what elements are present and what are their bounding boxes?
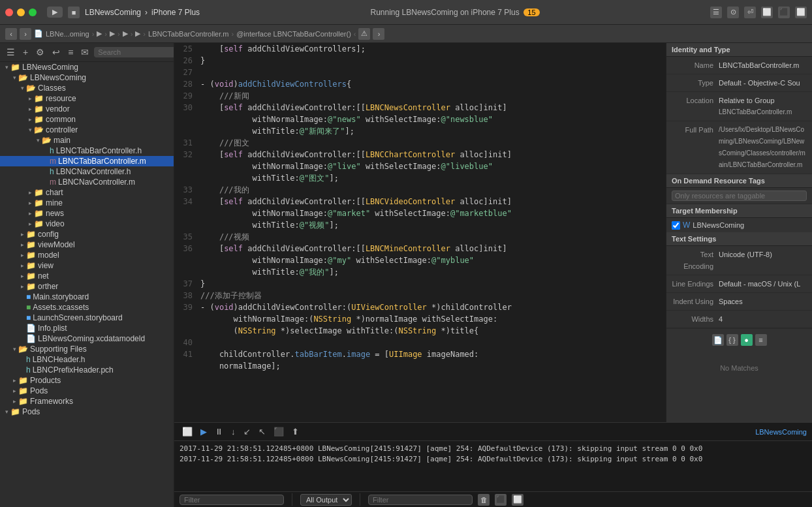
sidebar-msg-button[interactable]: ✉ bbox=[78, 46, 91, 59]
sidebar-toggle-button[interactable]: ☰ bbox=[4, 46, 18, 59]
location-sub: LBNCTabBarController.m bbox=[719, 106, 807, 118]
bc-arrow3: ▶ bbox=[123, 29, 128, 38]
sidebar-item-net[interactable]: ▸ 📁 net bbox=[0, 271, 174, 281]
stop-button[interactable]: ■ bbox=[68, 7, 80, 18]
code-line-39: 39 - (void)addChildViewController:(UIVie… bbox=[174, 301, 666, 313]
rp-icon-doc[interactable]: 📄 bbox=[712, 334, 724, 346]
sidebar-item-label: LBNCNavController.h bbox=[56, 167, 131, 176]
code-line-34: 34 [self addChildViewController:[[LBNCVi… bbox=[174, 196, 666, 207]
bottom-share-button[interactable]: ⬆ bbox=[289, 425, 302, 438]
sidebar-item-model[interactable]: ▸ 📁 model bbox=[0, 250, 174, 260]
sidebar-item-mine[interactable]: ▸ 📁 mine bbox=[0, 198, 174, 208]
sidebar-item-news[interactable]: ▸ 📁 news bbox=[0, 208, 174, 219]
rp-icon-list[interactable]: ≡ bbox=[755, 334, 767, 346]
expand-button[interactable]: ⬜ bbox=[512, 494, 523, 506]
sidebar-item-tabbarcontroller-m[interactable]: m LBNCTabBarController.m bbox=[0, 156, 174, 166]
app-selector[interactable]: LBNewsComing › iPhone 7 Plus bbox=[85, 8, 200, 17]
sidebar-item-label: Pods bbox=[30, 386, 48, 395]
close-button[interactable] bbox=[5, 8, 13, 16]
sidebar-item-label: news bbox=[46, 209, 64, 218]
code-editor[interactable]: 25 [self addChildViewControllers]; 26 } … bbox=[174, 43, 666, 422]
on-demand-title: On Demand Resource Tags bbox=[666, 174, 812, 188]
on-demand-input[interactable] bbox=[672, 191, 807, 201]
panel-toggle-button[interactable]: ☰ bbox=[710, 7, 722, 18]
sidebar-item-label: main bbox=[54, 136, 70, 145]
sidebar-item-lbnewscoming-project[interactable]: ▾ 📁 LBNewsComing bbox=[0, 62, 174, 72]
sidebar-list-button[interactable]: ≡ bbox=[65, 46, 76, 59]
bc-warn-button[interactable]: ⚠ bbox=[358, 28, 370, 40]
sidebar-item-navcontroller-m[interactable]: m LBNCNavController.m bbox=[0, 177, 174, 187]
sidebar-item-lbnewscoming-folder[interactable]: ▾ 📂 LBNewsComing bbox=[0, 72, 174, 83]
target-membership-row[interactable]: W LBNewsComing bbox=[666, 218, 812, 232]
sidebar-item-chart[interactable]: ▸ 📁 chart bbox=[0, 187, 174, 198]
bottom-step-in-button[interactable]: ↙ bbox=[241, 425, 253, 438]
sidebar-item-vendor[interactable]: ▸ 📁 vendor bbox=[0, 104, 174, 114]
target-checkbox[interactable] bbox=[672, 221, 680, 230]
bc-file[interactable]: LBNCTabBarController.m bbox=[148, 30, 229, 38]
sidebar-item-infoplist[interactable]: 📄 Info.plist bbox=[0, 323, 174, 333]
sidebar-item-tabbarcontroller-h[interactable]: h LBNCTabBarController.h bbox=[0, 146, 174, 156]
sidebar-item-lbncprefix[interactable]: h LBNCPrefixHeader.pch bbox=[0, 365, 174, 375]
inspect-button[interactable]: ⊙ bbox=[727, 7, 739, 18]
sidebar-item-view[interactable]: ▸ 📁 view bbox=[0, 260, 174, 271]
minimize-button[interactable] bbox=[17, 8, 25, 16]
sidebar-item-config[interactable]: ▸ 📁 config bbox=[0, 229, 174, 239]
sidebar-item-main[interactable]: ▾ 📂 main bbox=[0, 135, 174, 146]
bottom-step-out-button[interactable]: ↖ bbox=[256, 425, 268, 438]
code-line-32: 32 [self addChildViewController:[[LBNCCh… bbox=[174, 149, 666, 161]
line-endings-value: Default - macOS / Unix (L bbox=[719, 278, 807, 290]
bottom-debug-button[interactable]: ⬛ bbox=[271, 425, 287, 438]
sidebar-item-classes[interactable]: ▾ 📂 Classes bbox=[0, 83, 174, 93]
sidebar-search-input[interactable] bbox=[94, 47, 174, 57]
bc-symbol[interactable]: @interface LBNCTabBarController() bbox=[236, 30, 351, 38]
sidebar-item-common[interactable]: ▸ 📁 common bbox=[0, 114, 174, 125]
sidebar-item-video[interactable]: ▸ 📁 video bbox=[0, 219, 174, 229]
separator: › bbox=[145, 8, 148, 17]
code-line-38: 38 ///添加子控制器 bbox=[174, 290, 666, 301]
run-button[interactable]: ▶ bbox=[47, 7, 63, 18]
target-label: LBNewsComing bbox=[693, 221, 744, 229]
bottom-pause-button[interactable]: ⏸ bbox=[212, 425, 226, 438]
line-endings-label: Line Endings bbox=[672, 278, 719, 290]
sidebar-item-navcontroller-h[interactable]: h LBNCNavController.h bbox=[0, 166, 174, 177]
bottom-filter-input[interactable] bbox=[180, 495, 284, 505]
sidebar-item-pods[interactable]: ▸ 📁 Pods bbox=[0, 386, 174, 396]
bc-item1[interactable]: LBNe...oming bbox=[46, 30, 89, 38]
bottom-step-over-button[interactable]: ↓ bbox=[228, 425, 238, 438]
sidebar-history-button[interactable]: ↩ bbox=[50, 46, 63, 59]
bottom-filter-input2[interactable] bbox=[368, 495, 473, 505]
rp-icon-circle[interactable]: ● bbox=[741, 334, 753, 346]
nav-next-button[interactable]: › bbox=[20, 28, 31, 40]
sidebar-add-button[interactable]: + bbox=[20, 46, 31, 59]
sidebar-item-frameworks[interactable]: ▸ 📁 Frameworks bbox=[0, 396, 174, 407]
name-label: Name bbox=[672, 59, 719, 71]
sidebar-item-supporting-files[interactable]: ▾ 📂 Supporting Files bbox=[0, 344, 174, 354]
sidebar-item-resource[interactable]: ▸ 📁 resource bbox=[0, 93, 174, 104]
layout-button2[interactable]: ⬛ bbox=[778, 7, 790, 18]
sidebar-toolbar: ☰ + ⚙ ↩ ≡ ✉ bbox=[0, 43, 174, 62]
fullscreen-button[interactable] bbox=[29, 8, 37, 16]
sidebar-item-controller[interactable]: ▾ 📂 controller bbox=[0, 125, 174, 135]
rp-icon-code[interactable]: { } bbox=[726, 334, 738, 346]
layout-button1[interactable]: ⬜ bbox=[761, 7, 773, 18]
sidebar-item-viewmodel[interactable]: ▸ 📁 viewModel bbox=[0, 239, 174, 250]
sidebar-filter-button[interactable]: ⚙ bbox=[33, 46, 47, 59]
sidebar-item-launchscreen[interactable]: ■ LaunchScreen.storyboard bbox=[0, 313, 174, 323]
output-selector[interactable]: All Output bbox=[300, 494, 352, 506]
sidebar-item-products[interactable]: ▸ 📁 Products bbox=[0, 375, 174, 386]
sidebar-item-pods-project[interactable]: ▾ 📁 Pods bbox=[0, 407, 174, 417]
nav-prev-button[interactable]: ‹ bbox=[5, 28, 17, 40]
sidebar-item-main-storyboard[interactable]: ■ Main.storyboard bbox=[0, 292, 174, 302]
bottom-play-button[interactable]: ▶ bbox=[198, 425, 210, 438]
sidebar-item-orther[interactable]: ▸ 📁 orther bbox=[0, 281, 174, 292]
bc-forward-button[interactable]: › bbox=[373, 28, 384, 40]
sidebar-item-assets[interactable]: ■ Assets.xcassets bbox=[0, 302, 174, 313]
return-button[interactable]: ⏎ bbox=[744, 7, 756, 18]
layout-button3[interactable]: ⬜ bbox=[795, 7, 807, 18]
sidebar-item-lbncheader[interactable]: h LBNCHeader.h bbox=[0, 354, 174, 365]
bottom-collapse-button[interactable]: ⬜ bbox=[180, 425, 195, 438]
sidebar-item-datamodel[interactable]: 📄 LBNewsComing.xcdatamodeld bbox=[0, 333, 174, 344]
split-view-button[interactable]: ⬛ bbox=[495, 494, 507, 506]
clear-log-button[interactable]: 🗑 bbox=[478, 494, 490, 506]
code-line-25: 25 [self addChildViewControllers]; bbox=[174, 43, 666, 55]
